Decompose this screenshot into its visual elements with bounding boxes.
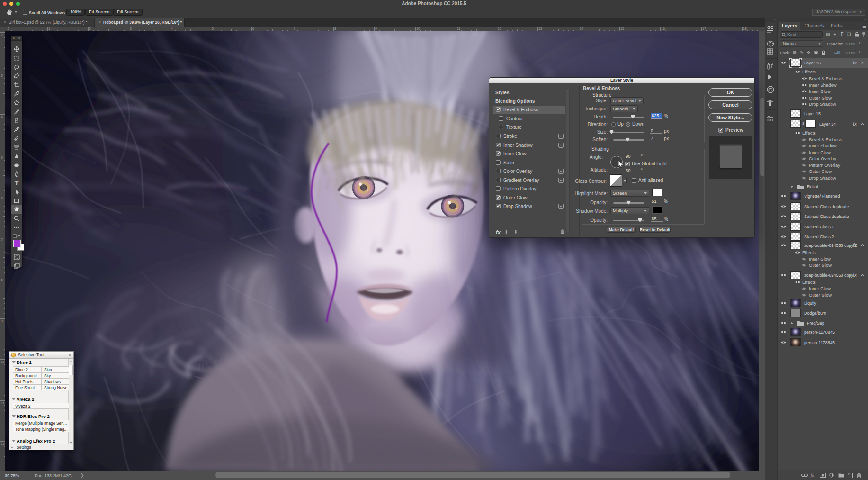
svg-text:T: T (15, 180, 19, 186)
